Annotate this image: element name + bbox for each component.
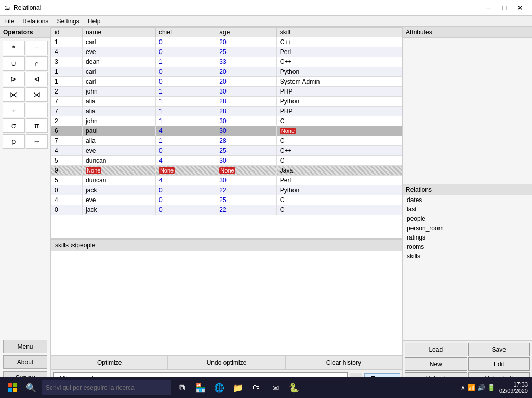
cell-chief: 1	[155, 136, 216, 146]
store-icon[interactable]: 🏪	[193, 380, 208, 395]
store2-icon[interactable]: 🛍	[249, 380, 264, 395]
taskbar: 🔍 ⧉ 🏪 🌐 📁 🛍 ✉ 🐍 ∧ 📶 🔊 🔋 17:33 02/09/2020	[0, 377, 532, 398]
op-blank[interactable]	[26, 103, 48, 117]
table-row: 3dean133C++	[51, 57, 402, 67]
op-semijoin-left[interactable]: ⋉	[3, 87, 25, 102]
table-row: 7alia128PHP	[51, 107, 402, 116]
relation-item-person_room[interactable]: person_room	[403, 223, 532, 233]
op-asterisk[interactable]: *	[3, 41, 25, 55]
op-minus[interactable]: −	[26, 41, 48, 55]
menu-help[interactable]: Help	[84, 16, 105, 26]
col-header-name: name	[83, 28, 156, 37]
edit-button[interactable]: Edit	[468, 357, 530, 371]
relation-item-dates[interactable]: dates	[403, 195, 532, 205]
cell-age: 28	[216, 97, 276, 107]
op-join-left[interactable]: ⊳	[3, 72, 25, 86]
cell-skill: C++	[276, 37, 402, 47]
explorer-icon[interactable]: 📁	[231, 380, 245, 395]
relations-title: Relations	[403, 184, 532, 195]
op-semijoin-right[interactable]: ⋊	[26, 87, 48, 102]
relation-item-people[interactable]: people	[403, 214, 532, 223]
cell-chief: 1	[155, 97, 216, 107]
lower-area	[51, 251, 402, 355]
taskbar-clock[interactable]: 17:33 02/09/2020	[499, 381, 528, 394]
cell-skill: C++	[276, 146, 402, 156]
cell-name: None	[83, 166, 156, 176]
relation-item-rooms[interactable]: rooms	[403, 242, 532, 251]
cell-name: eve	[83, 195, 156, 205]
relation-item-ratings[interactable]: ratings	[403, 233, 532, 242]
maximize-button[interactable]: □	[497, 0, 512, 16]
none-badge: None	[280, 128, 296, 134]
mail-icon[interactable]: ✉	[268, 380, 283, 395]
svg-rect-1	[13, 383, 17, 387]
table-row: 5duncan430C	[51, 156, 402, 166]
menu-button[interactable]: Menu	[3, 340, 47, 353]
tray-battery: 🔋	[487, 384, 495, 391]
menu-relations[interactable]: Relations	[18, 16, 52, 26]
title-bar: 🗂 Relational ─ □ ✕	[0, 0, 532, 16]
none-badge: None	[159, 167, 175, 174]
clear-history-button[interactable]: Clear history	[285, 356, 402, 369]
cell-chief: 0	[155, 67, 216, 77]
relation-item-skills[interactable]: skills	[403, 251, 532, 261]
load-button[interactable]: Load	[405, 343, 467, 356]
tray-volume: 🔊	[477, 384, 485, 391]
undo-optimize-button[interactable]: Undo optimize	[168, 356, 285, 369]
cell-age: 28	[216, 136, 276, 146]
operators-title: Operators	[0, 27, 50, 38]
relations-section: Relations dateslast_peopleperson_roomrat…	[403, 184, 532, 340]
table-area[interactable]: id name chief age skill 1carl020C++4eve0…	[51, 27, 402, 239]
cell-chief: 0	[155, 146, 216, 156]
table-row: 4eve025C	[51, 195, 402, 205]
cell-name: eve	[83, 47, 156, 57]
none-badge: None	[219, 167, 235, 174]
table-row: 0jack022Python	[51, 185, 402, 195]
menu-file[interactable]: File	[0, 16, 18, 26]
menu-settings[interactable]: Settings	[52, 16, 83, 26]
close-button[interactable]: ✕	[512, 0, 528, 16]
taskbar-date: 02/09/2020	[499, 388, 528, 394]
about-button[interactable]: About	[3, 355, 47, 369]
tray-chevron[interactable]: ∧	[461, 384, 466, 391]
cell-id: 7	[51, 136, 83, 146]
col-header-age: age	[216, 28, 276, 37]
optimize-button[interactable]: Optimize	[51, 356, 168, 369]
new-button[interactable]: New	[405, 357, 467, 371]
op-rho[interactable]: ρ	[3, 134, 25, 149]
title-bar-controls: ─ □ ✕	[481, 0, 528, 16]
cell-id: 1	[51, 77, 83, 87]
col-header-id: id	[51, 28, 83, 37]
op-join-right[interactable]: ⊲	[26, 72, 48, 86]
taskbar-search-input[interactable]	[42, 380, 171, 395]
op-pi[interactable]: π	[26, 118, 48, 133]
table-row: 2john130PHP	[51, 87, 402, 97]
cell-id: 7	[51, 97, 83, 107]
cell-age: 25	[216, 146, 276, 156]
relation-item-last_[interactable]: last_	[403, 205, 532, 214]
taskview-icon[interactable]: ⧉	[175, 380, 189, 395]
cell-skill: PHP	[276, 87, 402, 97]
cell-name: carl	[83, 37, 156, 47]
lower-query-label: skills ⋈people	[51, 239, 402, 251]
op-intersect[interactable]: ∩	[26, 56, 48, 71]
cell-id: 1	[51, 37, 83, 47]
op-divide[interactable]: ÷	[3, 103, 25, 117]
cell-skill: C++	[276, 57, 402, 67]
cell-id: 2	[51, 87, 83, 97]
start-button[interactable]	[4, 379, 21, 396]
col-header-chief: chief	[155, 28, 216, 37]
edge-icon[interactable]: 🌐	[212, 380, 227, 395]
cell-id: 6	[51, 126, 83, 136]
attributes-title: Attributes	[403, 27, 532, 38]
cell-name: jack	[83, 185, 156, 195]
python-icon[interactable]: 🐍	[287, 380, 301, 395]
cell-name: eve	[83, 146, 156, 156]
cell-age: 30	[216, 126, 276, 136]
cell-id: 2	[51, 116, 83, 126]
op-union[interactable]: ∪	[3, 56, 25, 71]
op-sigma[interactable]: σ	[3, 118, 25, 133]
minimize-button[interactable]: ─	[481, 0, 497, 16]
op-arrow[interactable]: →	[26, 134, 48, 149]
save-button[interactable]: Save	[468, 343, 530, 356]
